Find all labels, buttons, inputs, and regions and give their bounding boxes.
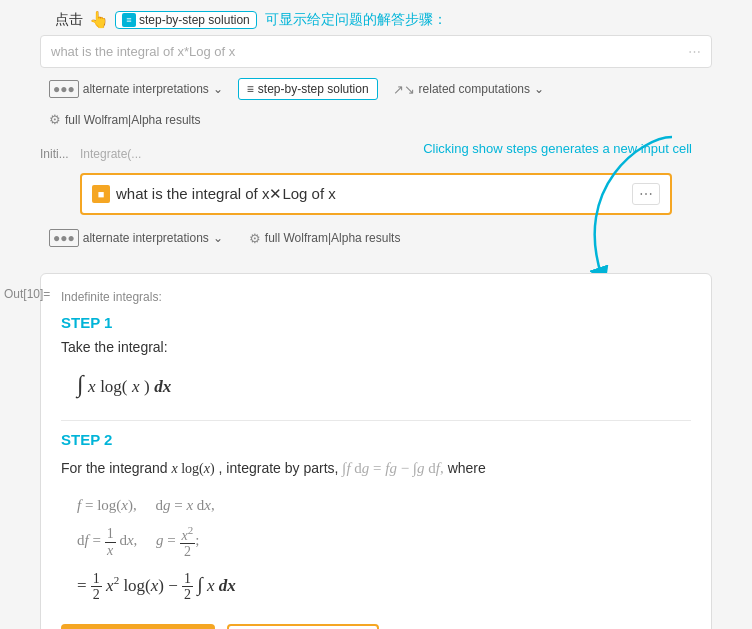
g-assign: g <box>163 497 171 513</box>
init-label: Initi... <box>40 147 69 161</box>
step-1-section: STEP 1 Take the integral: ∫ x log( x ) d… <box>61 314 691 404</box>
sbs-icon: ≡ <box>122 13 136 27</box>
step-2-assignments: f = log(x), dg = x dx, <box>61 488 691 522</box>
old-query-text: what is the integral of x*Log of x <box>51 44 235 59</box>
annotation-bar: 点击 👆 ≡ step-by-step solution 可显示给定问题的解答步… <box>0 0 752 35</box>
g2: g <box>156 533 164 549</box>
output-section: Out[10]= Indefinite integrals: STEP 1 Ta… <box>0 273 752 629</box>
can-show-text: 可显示给定问题的解答步骤： <box>265 11 447 29</box>
f2: f <box>85 533 89 549</box>
chevron-down-icon-3: ⌄ <box>213 231 223 245</box>
step-2-log: log( <box>178 461 204 476</box>
x9: x <box>151 576 159 595</box>
tab-alternate-2[interactable]: ●●● alternate interpretations ⌄ <box>40 225 232 251</box>
step-2-df-g: df = 1 x dx, g = x2 2 ; <box>61 522 691 561</box>
steps-panel: Indefinite integrals: STEP 1 Take the in… <box>40 273 712 629</box>
step-2-section: STEP 2 For the integrand x log(x) , inte… <box>61 431 691 606</box>
button-row: Show next step Show all steps <box>61 624 691 629</box>
wolfram-gear-icon: ⚙ <box>49 112 61 127</box>
fraction-x2: x2 2 <box>180 524 196 559</box>
tab-bar-1: ●●● alternate interpretations ⌄ ≡ step-b… <box>0 72 752 135</box>
step-1-x2: x <box>132 377 140 396</box>
old-input-cell: what is the integral of x*Log of x ⋯ <box>40 35 712 68</box>
step-1-intro: Take the integral: <box>61 339 691 355</box>
step-2-intro: For the integrand x log(x) , integrate b… <box>61 456 691 480</box>
curved-arrow-svg <box>512 127 692 297</box>
click-prefix: 点击 <box>55 11 83 29</box>
integrate-label: Integrate(... <box>80 147 141 161</box>
step-2-result: = 1 2 x2 log(x) − 1 2 ∫ x dx <box>61 562 691 606</box>
arrow-svg-wrapper <box>0 257 752 267</box>
out-label: Out[10]= <box>4 287 50 301</box>
integral-symbol: ∫ <box>77 371 84 397</box>
cell-orange-icon: ■ <box>92 185 110 203</box>
x6: x <box>204 497 211 513</box>
alt-icon-2: ●●● <box>49 229 79 247</box>
step-1-math: ∫ x log( x ) dx <box>61 365 691 404</box>
dx2: dx <box>219 576 236 595</box>
x5: x <box>186 497 193 513</box>
frac-half1: 1 2 <box>91 571 102 603</box>
tab-wolfram-2[interactable]: ⚙ full Wolfram|Alpha results <box>240 227 410 250</box>
x4: x <box>121 497 128 513</box>
f-assign: f <box>77 497 81 513</box>
chevron-down-icon-1: ⌄ <box>213 82 223 96</box>
fraction-1x: 1 x <box>105 526 116 558</box>
panel-label: Indefinite integrals: <box>61 290 691 304</box>
step-2-where: where <box>448 460 486 476</box>
sbs-tab-icon: ≡ <box>247 82 254 96</box>
show-all-steps-button[interactable]: Show all steps <box>227 624 379 629</box>
step-2-formula: ∫f dg = fg − ∫g df, <box>342 460 443 476</box>
tab-alternate-1[interactable]: ●●● alternate interpretations ⌄ <box>40 76 232 102</box>
x7: x <box>127 533 134 549</box>
step-2-log-close: ) <box>210 461 215 476</box>
frac-half2: 1 2 <box>182 571 193 603</box>
step-by-step-badge[interactable]: ≡ step-by-step solution <box>115 11 257 29</box>
show-next-step-button[interactable]: Show next step <box>61 624 215 629</box>
step-2-for: For the integrand <box>61 460 172 476</box>
tab-related-1[interactable]: ↗↘ related computations ⌄ <box>384 78 553 101</box>
old-cell-dots: ⋯ <box>688 44 701 59</box>
step-1-log: log( <box>100 377 127 396</box>
x8: x <box>106 576 114 595</box>
sbs-label: step-by-step solution <box>139 13 250 27</box>
tab-wolfram-1[interactable]: ⚙ full Wolfram|Alpha results <box>40 108 210 131</box>
tab-sbs-1[interactable]: ≡ step-by-step solution <box>238 78 378 100</box>
step-1-close: ) <box>144 377 150 396</box>
step-1-dx: dx <box>154 377 171 396</box>
step-1-title: STEP 1 <box>61 314 691 331</box>
x10: x <box>207 576 215 595</box>
pointing-icon: 👆 <box>89 10 109 29</box>
step-1-math-text: x <box>88 377 96 396</box>
alt-icon-1: ●●● <box>49 80 79 98</box>
integral-symbol-2: ∫ <box>197 573 202 595</box>
wolfram-gear-icon-2: ⚙ <box>249 231 261 246</box>
step-2-title: STEP 2 <box>61 431 691 448</box>
step-2-ibp: , integrate by parts, <box>219 460 343 476</box>
step-divider <box>61 420 691 421</box>
chevron-down-icon-2: ⌄ <box>534 82 544 96</box>
related-icon: ↗↘ <box>393 82 415 97</box>
